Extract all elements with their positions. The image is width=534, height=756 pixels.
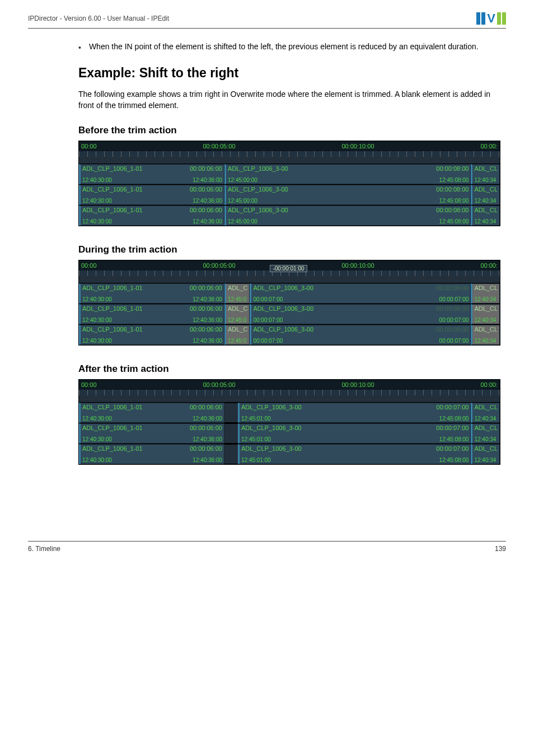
clip-right[interactable]: ADL_CLP_1006_3-0000:00:08:00 00:00:07:00… <box>250 325 471 345</box>
clip-right[interactable]: ADL_CLP_1006_3-0000:00:08:00 12:45:00:00… <box>224 164 471 184</box>
track-row: ADL_CLP_1006_1-0100:00:06:00 12:40:30:00… <box>79 283 500 345</box>
clip-frag[interactable]: ADL_CL 12:40:34 <box>471 304 500 324</box>
timeline-during: 00:00 00:00:05:00 -00:00:01:00 00:00:10:… <box>78 260 500 346</box>
track-row: ADL_CLP_1006_1-0100:00:06:00 12:40:30:00… <box>79 164 500 226</box>
clip-right[interactable]: ADL_CLP_1006_3-0000:00:08:00 12:45:00:00… <box>224 206 471 226</box>
clip-left[interactable]: ADL_CLP_1006_1-0100:00:06:00 12:40:30:00… <box>79 403 224 423</box>
clip-left[interactable]: ADL_CLP_1006_1-0100:00:06:00 12:40:30:00… <box>79 283 224 304</box>
bullet-icon: • <box>78 43 81 52</box>
breadcrumb: IPDirector - Version 6.00 - User Manual … <box>28 15 169 22</box>
section-title: Example: Shift to the right <box>78 66 500 81</box>
clip-right[interactable]: ADL_CLP_1006_3-0000:00:07:00 12:45:01:00… <box>238 403 471 423</box>
clip-right[interactable]: ADL_CLP_1006_3-0000:00:08:00 00:00:07:00… <box>250 304 471 324</box>
ruler-t3: 00:00: <box>480 381 498 388</box>
ruler-t1: 00:00:05:00 <box>203 262 235 269</box>
clip-left[interactable]: ADL_CLP_1006_1-0100:00:06:00 12:40:30:00… <box>79 423 224 444</box>
clip-left[interactable]: ADL_CLP_1006_1-0100:00:06:00 12:40:30:00… <box>79 164 224 184</box>
clip-mid-stub[interactable]: ADL_C 12:45:0 <box>224 304 250 324</box>
timeline-after: 00:00 00:00:05:00 00:00:10:00 00:00: ADL… <box>78 379 500 465</box>
blank-gap <box>224 403 238 423</box>
footer-page: 139 <box>495 545 506 553</box>
subtitle-during: During the trim action <box>78 244 500 255</box>
clip-mid-stub[interactable]: ADL_C 12:45:0 <box>224 283 250 304</box>
clip-mid-stub[interactable]: ADL_C 12:45:0 <box>224 325 250 345</box>
clip-right[interactable]: ADL_CLP_1006_3-0000:00:08:00 12:45:00:00… <box>224 185 471 205</box>
ruler-t0: 00:00 <box>81 143 97 150</box>
clip-left[interactable]: ADL_CLP_1006_1-0100:00:06:00 12:40:30:00… <box>79 206 224 226</box>
blank-gap <box>224 444 238 464</box>
ruler-t3: 00:00: <box>480 143 498 150</box>
clip-left[interactable]: ADL_CLP_1006_1-0100:00:06:00 12:40:30:00… <box>79 185 224 205</box>
clip-frag[interactable]: ADL_CL 12:40:34 <box>471 185 500 205</box>
section-paragraph: The following example shows a trim right… <box>78 88 500 111</box>
clip-frag[interactable]: ADL_CL 12:40:34 <box>471 283 500 304</box>
clip-left[interactable]: ADL_CLP_1006_1-0100:00:06:00 12:40:30:00… <box>79 325 224 345</box>
clip-left[interactable]: ADL_CLP_1006_1-0100:00:06:00 12:40:30:00… <box>79 304 224 324</box>
footer-left: 6. Timeline <box>28 545 60 553</box>
clip-frag[interactable]: ADL_CL 12:40:34 <box>471 403 500 423</box>
clip-left[interactable]: ADL_CLP_1006_1-0100:00:06:00 12:40:30:00… <box>79 444 224 464</box>
bullet-text: When the IN point of the element is shif… <box>89 42 479 51</box>
ruler-t2: 00:00:10:00 <box>341 262 374 269</box>
evs-logo: V <box>476 11 506 26</box>
subtitle-after: After the trim action <box>78 363 500 375</box>
ruler-t1: 00:00:05:00 <box>203 143 235 150</box>
ruler-t3: 00:00: <box>480 262 498 269</box>
clip-frag[interactable]: ADL_CL 12:40:34 <box>471 206 500 226</box>
clip-frag[interactable]: ADL_CL 12:40:34 <box>471 444 500 464</box>
clip-frag[interactable]: ADL_CL 12:40:34 <box>471 325 500 345</box>
clip-frag[interactable]: ADL_CL 12:40:34 <box>471 423 500 444</box>
ruler-t0: 00:00 <box>81 262 97 269</box>
ruler-t2: 00:00:10:00 <box>341 381 374 388</box>
clip-right[interactable]: ADL_CLP_1006_3-0000:00:07:00 12:45:01:00… <box>238 423 471 444</box>
clip-right[interactable]: ADL_CLP_1006_3-0000:00:08:00 00:00:07:00… <box>250 283 471 304</box>
blank-gap <box>224 423 238 444</box>
timeline-before: 00:00 00:00:05:00 00:00:10:00 00:00: ADL… <box>78 141 500 226</box>
ruler-t1: 00:00:05:00 <box>203 381 235 388</box>
ruler-t2: 00:00:10:00 <box>341 143 374 150</box>
clip-right[interactable]: ADL_CLP_1006_3-0000:00:07:00 12:45:01:00… <box>238 444 471 464</box>
clip-frag[interactable]: ADL_CL 12:40:34 <box>471 164 500 184</box>
subtitle-before: Before the trim action <box>78 125 500 136</box>
cursor-timecode: -00:00:01:00 <box>270 265 307 272</box>
ruler-t0: 00:00 <box>81 381 97 388</box>
track-row: ADL_CLP_1006_1-0100:00:06:00 12:40:30:00… <box>79 402 500 464</box>
